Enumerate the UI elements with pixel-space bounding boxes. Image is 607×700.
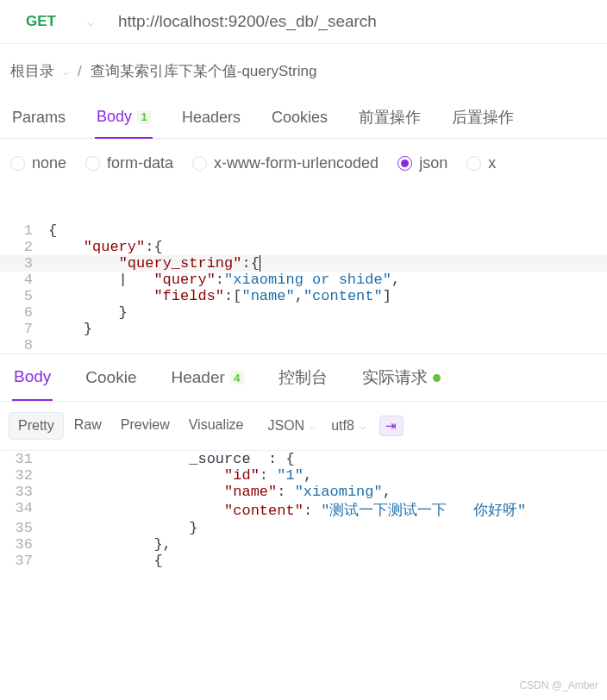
line-number: 8 [0,337,48,353]
line-number: 35 [0,520,48,536]
breadcrumb-root[interactable]: 根目录 [10,61,54,81]
tab-前置操作[interactable]: 前置操作 [357,107,422,138]
line-number: 4 [0,272,48,288]
response-tab-控制台[interactable]: 控制台 [277,366,329,401]
line-number: 5 [0,288,48,304]
code-line[interactable]: 7 } [0,321,607,337]
code-line[interactable]: 4 | "query":"xiaoming or shide", [0,272,607,288]
line-number: 32 [0,467,48,484]
tab-headers[interactable]: Headers [180,107,242,138]
view-mode-pretty[interactable]: Pretty [9,412,64,440]
view-mode-visualize[interactable]: Visualize [180,412,253,440]
line-number: 36 [0,536,48,553]
breadcrumb-separator: / [78,63,82,80]
body-type-form-data[interactable]: form-data [85,154,173,172]
tab-cookies[interactable]: Cookies [270,107,329,138]
line-number: 6 [0,304,48,321]
line-number: 31 [0,451,48,467]
url-input[interactable]: http://localhost:9200/es_db/_search [106,12,598,31]
format-type[interactable]: JSON [267,418,304,434]
body-type-none[interactable]: none [10,154,66,172]
breadcrumb-current[interactable]: 查询某索引库下某个值-queryString [91,61,317,81]
code-line[interactable]: 6 } [0,304,607,321]
chevron-down-icon[interactable]: ⌵ [310,420,316,432]
radio-label: none [32,154,66,172]
tab-params[interactable]: Params [10,107,67,138]
request-body-editor[interactable]: 1{2 "query":{3 "query_string":{4 | "quer… [0,188,607,353]
code-line[interactable]: 2 "query":{ [0,239,607,255]
breadcrumb: 根目录 ⌵ / 查询某索引库下某个值-queryString [0,44,607,98]
response-tabs: BodyCookieHeader4控制台实际请求 [0,353,607,401]
radio-icon [466,156,481,171]
radio-icon [192,156,207,171]
radio-icon [85,156,100,171]
response-view-toolbar: PrettyRawPreviewVisualize JSON ⌵ utf8 ⌵ … [0,401,607,451]
chevron-down-icon[interactable]: ⌵ [75,16,106,28]
line-number: 33 [0,484,48,500]
chevron-down-icon[interactable]: ⌵ [360,420,366,432]
radio-label: x [488,154,496,172]
radio-icon [397,156,412,171]
tab-badge: 4 [230,371,244,384]
code-line[interactable]: 32 "id": "1", [0,467,607,484]
tab-后置操作[interactable]: 后置操作 [450,107,516,138]
status-dot-icon [433,374,441,382]
line-number: 3 [0,255,48,272]
code-line[interactable]: 5 "fields":["name","content"] [0,288,607,304]
line-number: 7 [0,321,48,337]
code-line[interactable]: 33 "name": "xiaoming", [0,484,607,500]
response-tab-Header[interactable]: Header4 [169,366,245,401]
code-line[interactable]: 37 { [0,553,607,569]
format-encoding[interactable]: utf8 [331,418,354,434]
code-line[interactable]: 36 }, [0,536,607,553]
code-line[interactable]: 34 "content": "测试一下测试一下 你好呀" [0,500,607,520]
http-method[interactable]: GET [0,13,75,30]
radio-label: form-data [107,154,173,172]
code-line[interactable]: 1{ [0,222,607,239]
response-body-editor[interactable]: 31 _source : {32 "id": "1",33 "name": "x… [0,451,607,569]
body-type-x[interactable]: x [466,154,496,172]
view-mode-raw[interactable]: Raw [66,412,110,440]
radio-icon [10,156,25,171]
view-mode-preview[interactable]: Preview [112,412,178,440]
code-line[interactable]: 35 } [0,520,607,536]
code-line[interactable]: 3 "query_string":{ [0,255,607,272]
body-type-selector: noneform-datax-www-form-urlencodedjsonx [0,139,607,188]
code-line[interactable]: 31 _source : { [0,451,607,467]
body-type-json[interactable]: json [397,154,447,172]
response-tab-Cookie[interactable]: Cookie [84,366,138,401]
response-tab-实际请求[interactable]: 实际请求 [360,366,442,401]
line-number: 34 [0,500,48,520]
line-number: 37 [0,553,48,569]
response-tab-Body[interactable]: Body [12,366,53,401]
line-number: 2 [0,239,48,255]
request-tabs: ParamsBody1HeadersCookies前置操作后置操作 [0,98,607,139]
tab-badge: 1 [137,110,151,124]
code-line[interactable]: 8 [0,337,607,353]
tab-body[interactable]: Body1 [95,107,153,139]
line-number: 1 [0,222,48,239]
radio-label: x-www-form-urlencoded [214,154,379,172]
chevron-down-icon[interactable]: ⌵ [63,66,69,78]
wrap-icon[interactable]: ⇥ [379,416,404,436]
body-type-x-www-form-urlencoded[interactable]: x-www-form-urlencoded [192,154,379,172]
radio-label: json [419,154,447,172]
